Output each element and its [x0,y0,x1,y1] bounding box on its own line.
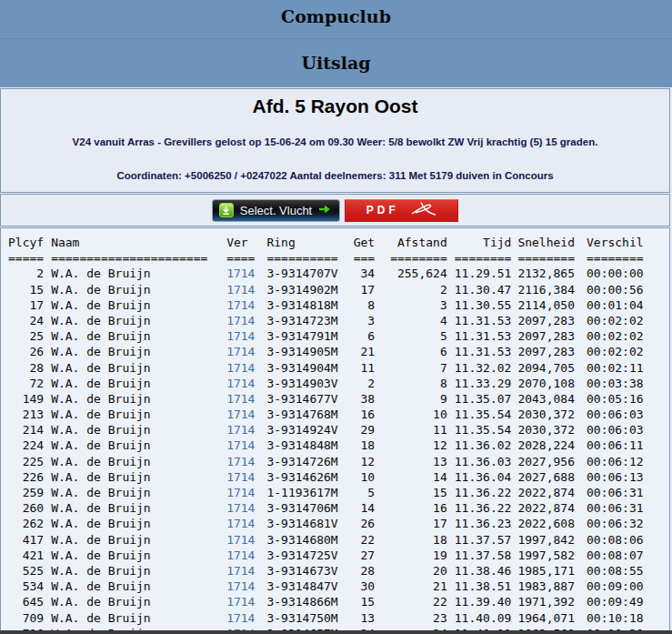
table-row: 645W.A. de Bruijn17143-9314866M152211.39… [8,594,669,609]
table-row: 226W.A. de Bruijn17143-9314626M101411.36… [8,469,669,485]
flight-description: V24 vanuit Arras - Grevillers gelost op … [1,136,669,147]
cell-naam: W.A. de Bruijn [51,360,215,376]
pdf-button-label: PDF [366,204,399,216]
column-header-plcyf: Plcyf [8,235,44,250]
ver-link[interactable]: 1714 [226,548,255,563]
cell-get: 28 [354,563,375,579]
ver-link[interactable]: 1714 [226,563,255,579]
table-row: 225W.A. de Bruijn17143-9314726M121311.36… [8,454,669,469]
cell-naam: W.A. de Bruijn [51,328,215,344]
cell-tijd: 11.33.29 [455,376,512,391]
cell-snelheid: 1983,887 [517,579,575,594]
acrobat-icon [410,201,437,219]
ver-link[interactable]: 1714 [226,360,255,376]
column-header-afstand: Afstand [390,235,447,250]
cell-afstand: 2 [390,282,447,297]
cell-snelheid: 2116,384 [517,282,575,297]
column-header-ring: Ring [266,235,337,250]
separator-get: === [354,250,375,266]
cell-verschil: 00:06:11 [587,438,644,453]
cell-get: 13 [354,610,375,626]
table-row: 525W.A. de Bruijn17143-9314673V282011.38… [8,563,669,579]
cell-snelheid: 2097,283 [517,328,575,344]
table-row: 262W.A. de Bruijn17143-9314681V261711.36… [8,516,669,531]
cell-plcyf: 17 [8,297,44,313]
cell-snelheid: 2022,874 [517,485,575,500]
table-header-row: PlcyfNaamVerRingGetAfstandTijdSnelheidVe… [8,235,669,250]
cell-verschil: 00:02:02 [587,328,644,344]
cell-tijd: 11.38.51 [455,579,512,594]
cell-plcyf: 26 [8,344,44,359]
ver-link[interactable]: 1714 [226,376,255,391]
ver-link[interactable]: 1714 [226,391,255,407]
select-vlucht-button[interactable]: Select. Vlucht [212,199,341,222]
ver-link[interactable]: 1714 [226,485,255,500]
results-table: PlcyfNaamVerRingGetAfstandTijdSnelheidVe… [0,227,670,631]
ver-link[interactable]: 1714 [226,297,255,313]
table-row: 259W.A. de Bruijn17141-1193617M51511.36.… [8,485,669,500]
table-row: 421W.A. de Bruijn17143-9314725V271911.37… [8,548,669,563]
cell-get: 17 [354,282,375,297]
cell-ring: 3-9314677V [266,391,337,407]
cell-snelheid: 2027,688 [517,469,575,485]
ver-link[interactable]: 1714 [226,344,255,359]
cell-ring: 3-9314902M [266,282,337,297]
column-header-tijd: Tijd [455,235,512,250]
cell-tijd: 11.39.40 [455,594,512,609]
cell-get: 18 [354,438,375,453]
cell-verschil: 00:02:11 [587,360,644,376]
cell-verschil: 00:06:32 [587,516,644,531]
cell-afstand: 7 [390,360,447,376]
ver-link[interactable]: 1714 [226,454,255,469]
ver-link[interactable]: 1714 [226,438,255,453]
cell-afstand: 19 [390,548,447,563]
cell-plcyf: 15 [8,282,44,297]
ver-link[interactable]: 1714 [226,579,255,594]
ver-link[interactable]: 1714 [226,328,255,344]
cell-verschil: 00:09:49 [587,594,644,609]
cell-naam: W.A. de Bruijn [51,563,215,579]
table-row: 534W.A. de Bruijn17143-9314847V302111.38… [8,579,669,594]
ver-link[interactable]: 1714 [226,610,255,626]
cell-snelheid: 2132,865 [517,266,575,281]
ver-link[interactable]: 1714 [226,532,255,548]
cell-ring: 3-9314725V [266,548,337,563]
column-header-ver: Ver [226,235,255,250]
cell-naam: W.A. de Bruijn [51,485,215,500]
cell-plcyf: 72 [8,376,44,391]
cell-get: 34 [354,266,375,281]
cell-tijd: 11.32.02 [455,360,512,376]
column-header-get: Get [354,235,375,250]
cell-get: 5 [354,485,375,500]
ver-link[interactable]: 1714 [226,516,255,531]
ver-link[interactable]: 1714 [226,594,255,609]
table-row: 72W.A. de Bruijn17143-9314903V2811.33.29… [8,376,669,391]
ver-link[interactable]: 1714 [226,422,255,438]
cell-tijd: 11.38.46 [455,563,512,579]
cell-afstand: 15 [390,485,447,500]
cell-snelheid: 2027,956 [517,454,575,469]
toolbar: Select. Vlucht PDF [0,194,670,226]
cell-ring: 3-9314903V [266,376,337,391]
cell-tijd: 11.31.53 [455,344,512,359]
ver-link[interactable]: 1714 [226,313,255,328]
flight-coordinates: Coordinaten: +5006250 / +0247022 Aantal … [1,170,669,181]
cell-get: 27 [354,548,375,563]
ver-link[interactable]: 1714 [226,266,255,281]
cell-get: 11 [354,360,375,376]
pdf-button[interactable]: PDF [345,199,458,222]
cell-snelheid: 2097,283 [517,313,575,328]
cell-plcyf: 645 [8,594,44,609]
arrow-right-icon [318,204,331,217]
cell-get: 15 [354,594,375,609]
ver-link[interactable]: 1714 [226,500,255,516]
separator-verschil: ======== [587,250,644,266]
ver-link[interactable]: 1714 [226,469,255,485]
ver-link[interactable]: 1714 [226,282,255,297]
cell-plcyf: 421 [8,548,44,563]
cell-ring: 1-1193617M [266,485,337,500]
cell-naam: W.A. de Bruijn [51,422,215,438]
cell-snelheid: 1997,582 [517,548,575,563]
ver-link[interactable]: 1714 [226,407,255,422]
select-vlucht-label: Select. Vlucht [240,204,313,217]
